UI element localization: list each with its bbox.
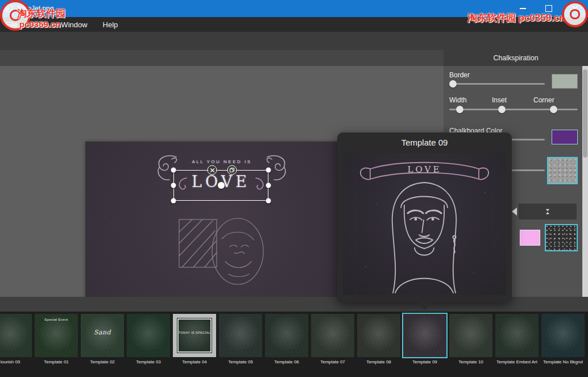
selection-handle-nw[interactable] [171,168,176,173]
template-label: Template 02 [81,359,124,365]
popup-banner-text: LOVE [408,164,442,175]
selection-handle-e[interactable] [266,183,271,188]
template-label: Template Embed Art [495,359,539,365]
width-slider-knob[interactable] [456,106,463,113]
panel-title: Chalkspiration [493,54,538,62]
maximize-button[interactable] [536,0,562,17]
dark-texture-swatch[interactable] [545,224,578,251]
popup-title: Template 09 [337,138,512,147]
corner-label: Corner [533,96,554,104]
template-label: Template 03 [127,359,170,365]
template-thumbnail[interactable]: Special Event Template 01 [35,314,78,365]
minimize-button[interactable] [510,0,536,17]
popup-pointer [417,301,432,310]
duplicate-selection-button[interactable] [227,165,237,175]
menu-item-file[interactable]: File [6,20,18,29]
main-toolbar [0,32,588,50]
template-thumbnail[interactable]: TODAY IS SPECIAL Template 04 [173,314,216,365]
template-thumb-image [541,314,585,357]
template-thumb-image: TODAY IS SPECIAL [173,314,216,357]
template-thumbnail[interactable]: Template 10 [449,314,492,365]
template-thumbnail[interactable]: Template 05 [219,314,262,365]
template-thumb-image [127,314,170,357]
chalk-sketch [177,215,266,292]
border-label: Border [449,71,470,79]
template-thumb-image [403,314,446,357]
panel-header: Chalkspiration [444,50,588,66]
template-label: Template 05 [219,359,262,365]
template-thumb-image: Sand [81,314,124,357]
selection-handle-w[interactable] [171,183,176,188]
template-label: Template 10 [449,359,492,365]
template-thumbnail-selected[interactable]: Template 09 [403,314,446,365]
template-thumb-image [0,314,32,357]
selection-handle-sw[interactable] [171,198,176,204]
texture-swatch-selected[interactable] [547,157,578,184]
menubar: File Edit Window Help [0,17,588,32]
menu-item-help[interactable]: Help [103,20,118,29]
template-thumbnail[interactable]: Template No Bkgnd [541,314,585,365]
close-button[interactable] [562,0,588,17]
popup-preview-image: LOVE [343,153,506,295]
canvas-text-small: ALL YOU NEED IS [85,159,358,164]
corner-slider-knob[interactable] [550,106,557,113]
filmstrip: lourish 05 Special Event Template 01 San… [0,312,588,377]
template-label: Template 09 [403,359,446,365]
scroll-left-icon[interactable] [512,208,517,216]
pink-color-swatch[interactable] [520,230,540,246]
template-thumb-image [265,314,308,357]
template-thumbnail[interactable]: Template 08 [357,314,400,365]
template-label: lourish 05 [0,359,32,365]
template-label: Template 01 [35,359,78,365]
template-thumbnail[interactable]: Sand Template 02 [81,314,124,365]
template-thumbnail[interactable]: Template Embed Art [495,314,539,365]
template-thumb-image [219,314,262,357]
selection-handle-ne[interactable] [266,168,271,173]
width-inset-corner-slider[interactable] [449,109,578,110]
template-thumb-image: Special Event [35,314,78,357]
delete-selection-button[interactable] [208,165,217,175]
template-thumb-image [495,314,539,357]
vertical-fit-icon [544,208,552,216]
template-label: Template No Bkgnd [541,359,585,365]
template-label: Template 07 [311,359,354,365]
selection-handle-se[interactable] [266,198,271,204]
template-thumbnail[interactable]: Template 06 [265,314,308,365]
template-thumb-image [449,314,492,357]
selection-move-handle[interactable] [218,182,225,189]
app-icon [5,4,14,13]
fit-panel-button[interactable] [519,204,577,219]
border-slider[interactable] [449,83,545,85]
template-thumbnail[interactable]: Template 07 [311,314,354,365]
template-thumb-image [311,314,354,357]
titlebar: FotoJet.png [0,0,588,17]
border-color-swatch[interactable] [552,74,578,89]
chalkboard-color-swatch[interactable] [552,130,578,144]
template-label: Template 06 [265,359,308,365]
template-label: Template 08 [357,359,400,365]
panel-scrollbar-thumb[interactable] [583,69,587,158]
app-window: FotoJet.png File Edit Window Help [0,0,588,377]
minimize-icon [520,8,526,9]
thumb-frame [177,318,212,353]
inset-label: Inset [492,96,507,104]
inset-slider-knob[interactable] [498,106,506,113]
template-label: Template 04 [173,359,216,365]
template-thumb-image [357,314,400,357]
menu-item-edit[interactable]: Edit [33,20,45,29]
menu-item-window[interactable]: Window [61,20,87,29]
template-preview-popup: Template 09 [337,132,512,303]
tools-row [0,50,444,66]
border-slider-knob[interactable] [449,80,457,88]
width-label: Width [449,96,467,104]
template-thumbnail[interactable]: lourish 05 [0,314,32,365]
close-icon [572,5,578,12]
window-title: FotoJet.png [18,5,53,13]
maximize-icon [545,5,552,12]
template-thumbnail[interactable]: Template 03 [127,314,170,365]
